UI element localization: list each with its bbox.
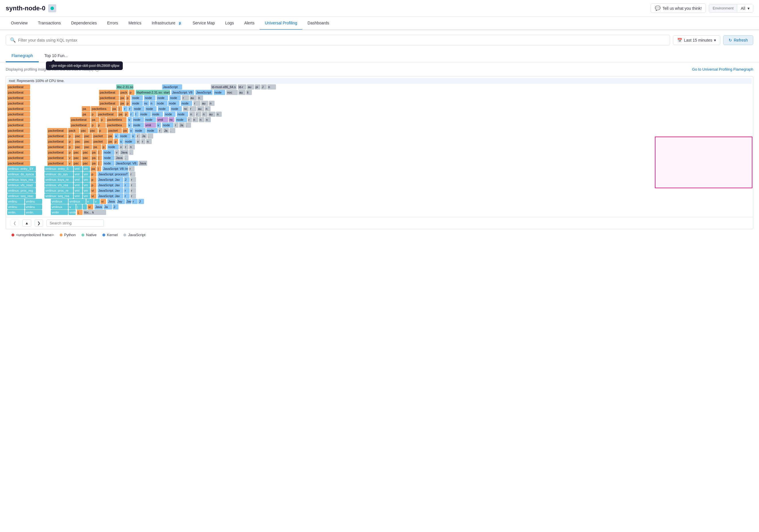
tab-transactions[interactable]: Transactions [33,17,66,30]
fg-cell: au [208,112,216,117]
table-row: packetbeat packetbeat v pac pac pa | nod… [7,161,752,166]
fg-cell: | [97,166,101,171]
tab-errors[interactable]: Errors [102,17,123,30]
time-label: Last 15 minutes [684,38,712,42]
fg-cell: ld-musl-x86_64.s [211,84,237,90]
fg-cell: p [68,139,74,144]
fg-cell: JavaScript: [195,90,213,95]
fg-cell: vmlinux: entry_S [44,166,73,171]
fg-cell: pa [91,166,97,171]
fg-cell: pac [84,134,92,139]
fg-cell: v [115,150,119,155]
feedback-button[interactable]: 💬 Tell us what you think! [651,3,706,13]
fg-cell: packet [107,128,122,133]
fg-cell: pa [91,161,97,166]
fg-cell: node [151,112,163,117]
fg-cell: pac [74,134,83,139]
fg-cell: n [150,101,155,106]
env-value[interactable]: All ▾ [737,4,753,12]
fg-cell: vmlinu [7,199,24,204]
calendar-icon: 📅 [677,38,682,42]
search-bar[interactable]: 🔍 [6,35,670,45]
profiling-info-text: Displaying profiling insights from the s… [6,67,93,71]
fg-root-row: root: Represents 100% of CPU time. [7,78,752,84]
tab-logs[interactable]: Logs [220,17,239,30]
fg-cell: p [91,172,97,177]
fg-cell: r [123,106,128,111]
fg-cell: r [187,117,192,122]
tab-infrastructure-label: Infrastructure [152,20,175,25]
fg-cell: packetbeat [7,139,30,144]
fg-cell: pac [89,128,98,133]
fg-nav-bar: ❮ ▲ ❯ [6,217,753,229]
table-row: packetbeat libc-2.31.so JavaScript ld-mu… [7,84,752,90]
fg-next-button[interactable]: ❯ [35,220,43,227]
fg-cell: pac [84,139,92,144]
fg-cell: v [68,155,72,160]
fg-cell: packetbeat [47,128,67,133]
fg-cell: node [133,106,144,111]
fg-cell: packetbeat [7,150,30,155]
table-row: vmlinux: do_sysca vmlinux: do_sys vml vm… [7,172,752,177]
time-selector[interactable]: 📅 Last 15 minutes ▾ [673,35,720,45]
fg-prev-button[interactable]: ❮ [11,220,19,227]
fg-cell: |. [77,210,83,215]
profiling-info-left: Displaying profiling insights from the s… [6,67,100,71]
fg-cell: nc [169,117,175,122]
fg-cell: packetbeat [7,123,30,128]
fg-cell: r [130,183,136,188]
fg-cell: au [201,101,208,106]
fg-up-button[interactable]: ▲ [22,220,31,227]
tab-dashboards[interactable]: Dashboards [302,17,335,30]
tab-dependencies[interactable]: Dependencies [66,17,102,30]
fg-cell: Jav [126,199,131,204]
fg-cell: r [141,139,145,144]
fg-cell: vm [83,166,90,171]
fg-search-input[interactable] [47,220,104,227]
fg-cell: packetbea [106,117,127,122]
table-row: vmlinux: ksys_rea vmlinux: ksys_re vml v… [7,177,752,182]
tab-flamegraph[interactable]: Flamegraph [6,50,39,62]
profiling-info: Displaying profiling insights from the s… [6,67,753,71]
fg-cell: v [68,161,72,166]
table-row: vmlinux: seq_reac vmlinux: seq_rea vml v… [7,193,752,199]
fg-cell: v [86,199,94,204]
fg-cell: v [68,204,76,210]
fg-cell: n [146,139,152,144]
fg-cell: . [83,204,87,210]
tab-infrastructure[interactable]: Infrastructure β [146,17,187,30]
flamegraph-inner[interactable]: root: Represents 100% of CPU time. packe… [6,76,753,217]
fg-cell: r [189,106,196,111]
table-row: packetbeat packetbeat pack pac pac p pac… [7,128,752,133]
fg-cell: vmli [157,117,168,122]
environment-selector[interactable]: Environment All ▾ [709,4,753,13]
fg-cell: packetbeat [7,134,30,139]
legend-item-unsymbolized: <unsymbolized frame> [12,233,54,237]
fg-cell: pack [68,128,79,133]
tab-universal-profiling[interactable]: Universal Profiling [260,17,302,30]
tab-alerts[interactable]: Alerts [239,17,260,30]
flamegraph-container: root: Represents 100% of CPU time. packe… [6,76,753,229]
fg-cell: v [119,144,124,149]
tab-overview[interactable]: Overview [6,17,33,30]
fg-cell: vmlinu [25,199,42,204]
refresh-button[interactable]: ↻ Refresh [723,35,753,45]
fg-cell: pa [82,112,90,117]
fg-cell: packet [93,139,107,144]
universal-profiling-link[interactable]: Go to Universal Profiling Flamegraph [692,67,753,71]
table-row: vmlinu vmlinu vmlinux vmlinux v v vi Jav… [7,199,752,204]
fg-cell: node [133,123,144,128]
tab-service-map[interactable]: Service Map [187,17,220,30]
info-icon[interactable]: ? [95,67,100,71]
tab-top10[interactable]: Top 10 Fun... [39,50,74,62]
fg-cell: packetbeat [7,117,30,122]
fg-cell: r [130,112,134,117]
fg-cell: n [129,144,135,149]
tab-metrics[interactable]: Metrics [123,17,146,30]
fg-cell: Java [139,161,147,166]
fg-cell: p [68,134,74,139]
fg-cell: node [146,128,158,133]
search-input[interactable] [18,38,666,42]
fg-cell: packetbeat [7,101,30,106]
fg-cell: packetbeat [7,90,30,95]
